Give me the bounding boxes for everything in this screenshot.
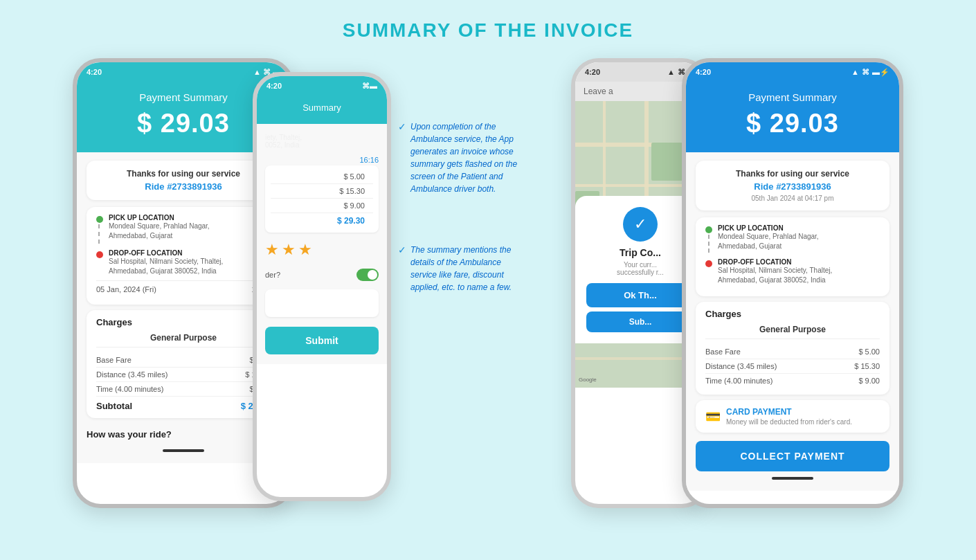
phone4-header-title: Payment Summary xyxy=(697,91,888,103)
phone1-base-fare: Base Fare $ 5.00 xyxy=(96,353,271,368)
phone1-charges-title: Charges xyxy=(96,317,271,327)
svg-rect-10 xyxy=(651,143,683,181)
phone4-body: Thanks for using our service Ride #27338… xyxy=(686,152,899,491)
phone2-icons: ⌘▬ xyxy=(362,82,377,91)
phone1-dropoff-label: DROP-OFF LOCATION xyxy=(109,249,223,257)
phone4-thanks-card: Thanks for using our service Ride #27338… xyxy=(696,161,889,210)
phone2-status-bar: 4:20 ⌘▬ xyxy=(257,76,387,96)
phone4-dropoff-dot xyxy=(705,260,712,267)
check-icon-1: ✓ xyxy=(398,121,406,132)
phone1-pickup: PICK UP LOCATION Mondeal Square, Prahlad… xyxy=(96,214,271,245)
submit-button[interactable]: Submit xyxy=(265,327,379,354)
phone1-datetime: 05 Jan, 2024 (Fri) 16:16 xyxy=(96,280,271,298)
phone1-time-charge: Time (4.00 minutes) $ 9.00 xyxy=(96,382,271,397)
card-icon: 💳 xyxy=(705,409,721,424)
phone2-charge2: $ 15.30 xyxy=(271,184,373,199)
battery-icon-4: ▬⚡ xyxy=(872,68,889,77)
phone4-card-desc: Money will be deducted from rider's card… xyxy=(726,418,852,426)
phone1-pickup-label: PICK UP LOCATION xyxy=(109,214,210,222)
phone1-ride-id: Ride #2733891936 xyxy=(96,181,271,192)
phone2-toggle-label: der? xyxy=(265,271,280,279)
phone1-header-title: Payment Summary xyxy=(88,91,279,103)
phone-2-partial: 4:20 ⌘▬ Summary iety, Thaltej,0052, Indi… xyxy=(253,72,391,501)
phone4-card-row: 💳 CARD PAYMENT Money will be deducted fr… xyxy=(705,407,880,426)
phone1-how-ride: How was your ride? xyxy=(87,424,280,442)
phone4-charges-title: Charges xyxy=(705,309,880,319)
phone1-dropoff-addr: Sal Hospital, Nilmani Society, Thaltej,A… xyxy=(109,257,223,276)
phone1-subtotal: Subtotal $ 29.30 xyxy=(96,397,271,411)
phone-4: 4:20 ▲ ⌘ ▬⚡ Payment Summary $ 29.03 Than… xyxy=(682,58,903,508)
ok-button[interactable]: Ok Th... xyxy=(586,283,694,307)
phone4-time-charge: Time (4.00 minutes) $ 9.00 xyxy=(705,374,880,388)
phone2-stars: ★ ★ ★ xyxy=(257,235,387,264)
wifi-icon-4: ⌘ xyxy=(862,68,869,77)
star-2: ★ xyxy=(282,241,296,259)
phone4-status-bar: 4:20 ▲ ⌘ ▬⚡ xyxy=(686,62,899,82)
star-3: ★ xyxy=(298,241,312,259)
location-icon: ▲ xyxy=(253,68,261,76)
annotation-area: ✓ Upon completion of the Ambulance servi… xyxy=(391,114,530,300)
phone2-addr: iety, Thaltej,0052, India xyxy=(257,128,387,154)
phone1-thanks-text: Thanks for using our service xyxy=(96,169,271,179)
annotation-2: ✓ The summary mentions the details of th… xyxy=(398,244,523,293)
phone2-header-title: Summary xyxy=(265,102,379,113)
phone4-home-indicator xyxy=(772,477,813,480)
phone2-charge3: $ 9.00 xyxy=(271,199,373,213)
phone4-pickup-dot xyxy=(705,226,712,233)
toggle-switch[interactable] xyxy=(356,269,379,281)
phone1-status-bar: 4:20 ▲ ⌘ ▬ xyxy=(77,62,290,82)
phone4-dropoff: DROP-OFF LOCATION Sal Hospital, Nilmani … xyxy=(705,258,880,285)
phone4-icons: ▲ ⌘ ▬⚡ xyxy=(851,68,889,77)
phone1-charges: Charges General Purpose Base Fare $ 5.00… xyxy=(87,310,280,418)
phone4-card-payment: 💳 CARD PAYMENT Money will be deducted fr… xyxy=(696,400,889,433)
phone4-time: 4:20 xyxy=(696,68,711,76)
phone1-locations: PICK UP LOCATION Mondeal Square, Prahlad… xyxy=(87,207,280,305)
phone2-header: Summary xyxy=(257,96,387,124)
phone4-general-purpose: General Purpose xyxy=(705,325,880,339)
phone1-distance: Distance (3.45 miles) $ 15.30 xyxy=(96,368,271,382)
annotation-text-1: Upon completion of the Ambulance service… xyxy=(410,120,523,195)
phone1-dropoff: DROP-OFF LOCATION Sal Hospital, Nilmani … xyxy=(96,249,271,276)
phone2-time: 4:20 xyxy=(266,82,282,90)
phone1-amount: $ 29.03 xyxy=(88,109,279,138)
phone2-charge1: $ 5.00 xyxy=(271,170,373,184)
phone2-toggle-row: der? xyxy=(257,264,387,285)
sub-button[interactable]: Sub... xyxy=(586,311,694,332)
check-icon-2: ✓ xyxy=(398,244,406,255)
dropoff-dot xyxy=(96,251,103,258)
star-1: ★ xyxy=(265,241,279,259)
phone2-time-badge: 16:16 xyxy=(257,154,387,165)
phone4-dropoff-label: DROP-OFF LOCATION xyxy=(718,258,832,266)
phone4-locations: PICK UP LOCATION Mondeal Square, Prahlad… xyxy=(696,217,889,296)
phone4-ride-id: Ride #2733891936 xyxy=(705,181,880,192)
phone1-date: 05 Jan, 2024 (Fri) xyxy=(96,285,156,293)
phone1-time: 4:20 xyxy=(87,68,102,76)
phone1-general-purpose: General Purpose xyxy=(96,333,271,347)
phone4-card-label: CARD PAYMENT xyxy=(726,407,852,417)
phone4-dropoff-addr: Sal Hospital, Nilmani Society, Thaltej,A… xyxy=(718,266,832,285)
phone4-distance: Distance (3.45 miles) $ 15.30 xyxy=(705,359,880,374)
phone4-thanks-text: Thanks for using our service xyxy=(705,169,880,179)
trip-complete-icon: ✓ xyxy=(623,207,658,242)
trip-complete-title: Trip Co... xyxy=(586,247,694,258)
phone4-charges: Charges General Purpose Base Fare $ 5.00… xyxy=(696,302,889,395)
phone4-amount: $ 29.03 xyxy=(697,109,888,138)
phone4-pickup-addr: Mondeal Square, Prahlad Nagar,Ahmedabad,… xyxy=(718,232,819,251)
phone3-time: 4:20 xyxy=(585,68,600,76)
phone2-body: iety, Thaltej,0052, India 16:16 $ 5.00 $… xyxy=(257,124,387,364)
phone2-subtotal: $ 29.30 xyxy=(271,213,373,228)
home-indicator xyxy=(163,449,204,452)
location-icon-4: ▲ xyxy=(851,68,859,77)
trip-complete-sub: Your curr...successfully r... xyxy=(586,261,694,276)
phone4-base-fare: Base Fare $ 5.00 xyxy=(705,345,880,359)
annotation-text-2: The summary mentions the details of the … xyxy=(410,244,523,293)
collect-payment-button[interactable]: COLLECT PAYMENT xyxy=(696,441,889,471)
phone1-pickup-addr: Mondeal Square, Prahlad Nagar,Ahmedabad,… xyxy=(109,222,210,241)
phone4-pickup-label: PICK UP LOCATION xyxy=(718,224,819,232)
page-title: SUMMARY OF THE INVOICE xyxy=(343,19,633,42)
phone4-header: Payment Summary $ 29.03 xyxy=(686,82,899,152)
phone2-text-area xyxy=(265,289,379,317)
phone4-date-detail: 05th Jan 2024 at 04:17 pm xyxy=(705,195,880,202)
phone1-thanks-card: Thanks for using our service Ride #27338… xyxy=(87,161,280,200)
location-icon-3: ▲ xyxy=(667,68,675,77)
